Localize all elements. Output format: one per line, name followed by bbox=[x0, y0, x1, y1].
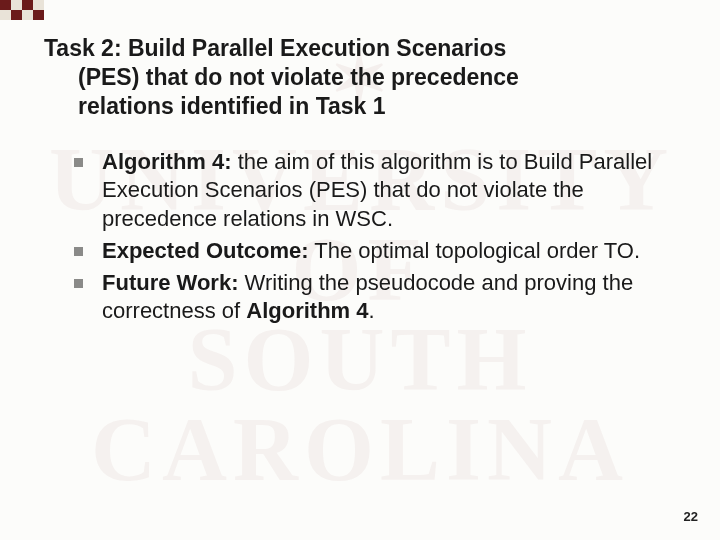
bullet-bold-tail: Algorithm 4 bbox=[246, 298, 368, 323]
list-item: Future Work: Writing the pseudocode and … bbox=[74, 269, 682, 325]
title-line-3: relations identified in Task 1 bbox=[44, 92, 682, 121]
list-item: Expected Outcome: The optimal topologica… bbox=[74, 237, 682, 265]
bullet-label: Future Work: bbox=[102, 270, 238, 295]
bullet-label: Algorithm 4: bbox=[102, 149, 232, 174]
bullet-text-b: . bbox=[369, 298, 375, 323]
slide-title: Task 2: Build Parallel Execution Scenari… bbox=[38, 34, 682, 120]
list-item: Algorithm 4: the aim of this algorithm i… bbox=[74, 148, 682, 232]
bullet-list: Algorithm 4: the aim of this algorithm i… bbox=[74, 148, 682, 325]
bullet-label: Expected Outcome: bbox=[102, 238, 309, 263]
slide: Task 2: Build Parallel Execution Scenari… bbox=[0, 0, 720, 540]
title-line-1: Task 2: Build Parallel Execution Scenari… bbox=[44, 35, 506, 61]
page-number: 22 bbox=[684, 509, 698, 524]
title-line-2: (PES) that do not violate the precedence bbox=[44, 63, 682, 92]
bullet-text: The optimal topological order TO. bbox=[309, 238, 640, 263]
